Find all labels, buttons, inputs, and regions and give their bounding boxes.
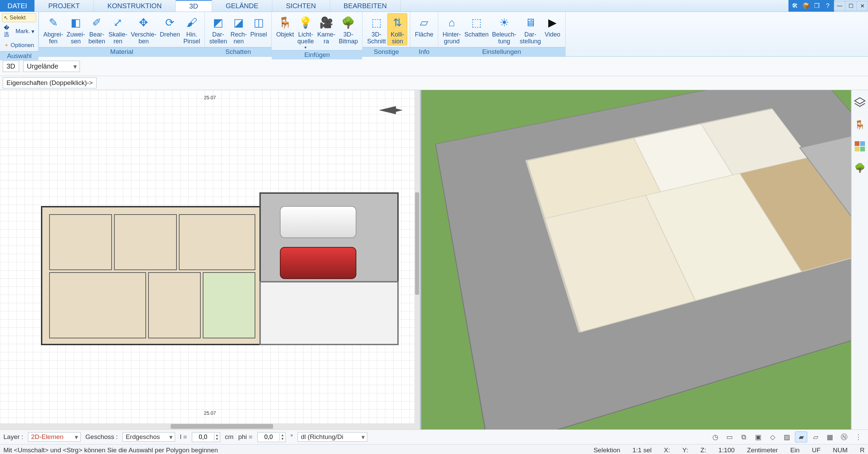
menu-tab-projekt[interactable]: PROJEKT — [34, 0, 94, 12]
ground-3d — [435, 90, 851, 429]
grid-icon[interactable]: ▦ — [824, 431, 836, 442]
l-spinner[interactable]: ▲▼ — [214, 433, 220, 441]
btn-flaeche[interactable]: ▱ Fläche — [413, 13, 435, 39]
more-icon[interactable]: ⋮ — [852, 431, 865, 442]
btn-verschieben[interactable]: ✥ Verschie- ben — [129, 13, 158, 45]
chair-icon: 🪑 — [278, 15, 293, 30]
menu-tab-3d[interactable]: 3D — [176, 0, 212, 12]
dl-select[interactable]: dl (Richtung/Di — [298, 432, 367, 442]
screen-icon[interactable]: ▭ — [723, 431, 736, 442]
diamond-icon[interactable]: ◇ — [766, 431, 779, 442]
btn-pinsel[interactable]: ◫ Pinsel — [248, 13, 269, 39]
layer-select[interactable]: 2D-Elemen — [28, 432, 81, 442]
menu-tab-gelaende[interactable]: GELÄNDE — [212, 0, 272, 12]
menu-tab-bearbeiten[interactable]: BEARBEITEN — [330, 0, 401, 12]
mode-3d-chip[interactable]: 3D — [3, 61, 19, 72]
optionen-button[interactable]: ＋ Optionen — [2, 41, 36, 50]
geschoss-select[interactable]: Erdgeschos — [123, 432, 175, 442]
package-icon[interactable]: 📦 — [801, 1, 810, 10]
layers-icon[interactable] — [854, 96, 866, 108]
window-controls: — ☐ ✕ — [834, 0, 868, 12]
properties-hint-chip[interactable]: Eigenschaften (Doppelklick)-> — [3, 77, 97, 88]
btn-kamera[interactable]: 🎥 Kame- ra — [315, 13, 337, 45]
hatch-icon[interactable]: ▨ — [781, 431, 793, 442]
btn-zuweisen[interactable]: ◧ Zuwei- sen — [65, 13, 87, 45]
svg-marker-1 — [855, 98, 865, 104]
btn-darstellen[interactable]: ◩ Dar- stellen — [208, 13, 229, 45]
furniture-icon[interactable]: 🪑 — [854, 119, 866, 131]
clock-icon[interactable]: ◷ — [709, 431, 721, 442]
status-ein: Ein — [790, 446, 799, 454]
btn-kollision[interactable]: ⇅ Kolli- sion — [387, 13, 407, 45]
menu-tab-konstruktion[interactable]: KONSTRUKTION — [94, 0, 176, 12]
btn-hintergrund[interactable]: ⌂ Hinter- grund — [441, 13, 463, 45]
maximize-icon[interactable]: ☐ — [845, 1, 857, 11]
house-3d — [525, 108, 851, 333]
stack-icon[interactable]: ▣ — [752, 431, 764, 442]
plan-room — [179, 214, 255, 270]
group-caption-schatten: Schatten — [205, 47, 271, 56]
scrollbar-vertical-2d[interactable] — [414, 90, 420, 423]
terrain-select[interactable]: Urgelände — [23, 61, 80, 72]
assign-icon: ◧ — [68, 15, 83, 30]
help-icon[interactable]: ? — [823, 1, 832, 10]
btn-lichtquelle[interactable]: 💡 Licht- quelle ▾ — [296, 13, 315, 50]
menu-spacer — [401, 0, 788, 12]
display-icon: 🖥 — [523, 15, 538, 30]
pane-3d-view[interactable] — [421, 90, 851, 429]
context-bar: 3D Urgelände — [0, 57, 868, 76]
scale-icon: ⤢ — [111, 15, 126, 30]
phi-spinner[interactable]: ▲▼ — [280, 433, 285, 441]
overlap-icon[interactable]: ⧉ — [738, 431, 750, 442]
btn-objekt[interactable]: 🪑 Objekt — [274, 13, 296, 39]
phi-label: phi = — [238, 433, 253, 441]
btn-skalieren[interactable]: ⤢ Skalie- ren — [107, 13, 129, 45]
l-input-box: ▲▼ — [192, 432, 220, 442]
menu-tab-datei[interactable]: DATEI — [0, 0, 34, 12]
phi-input[interactable] — [258, 433, 280, 442]
slab-icon[interactable]: ▰ — [795, 431, 807, 442]
area-icon: ▱ — [417, 15, 432, 30]
lighting-icon: ☀ — [497, 15, 512, 30]
btn-video[interactable]: ▶ Video — [543, 13, 563, 39]
menu-tab-sichten[interactable]: SICHTEN — [272, 0, 330, 12]
side-tool-strip: 🪑 🌳 — [851, 90, 868, 429]
color-swatch-icon[interactable] — [855, 141, 865, 151]
group-caption-sonstige: Sonstige — [362, 47, 410, 56]
btn-schatten[interactable]: ⬚ Schatten — [463, 13, 490, 39]
window-icon[interactable]: ❐ — [812, 1, 821, 10]
bottom-icon-row: ◷ ▭ ⧉ ▣ ◇ ▨ ▰ ▱ ▦ Ⓝ ⋮ — [709, 431, 865, 442]
l-input[interactable] — [192, 433, 214, 442]
scrollbar-horizontal-2d[interactable] — [0, 423, 420, 429]
btn-rechnen[interactable]: ◪ Rech- nen — [229, 13, 248, 45]
scroll-thumb-h[interactable] — [171, 424, 273, 429]
btn-hin-pinsel[interactable]: 🖌 Hin. Pinsel — [182, 13, 202, 45]
shadow-brush-icon: ◫ — [251, 15, 266, 30]
btn-drehen[interactable]: ⟳ Drehen — [158, 13, 182, 39]
tree-side-icon[interactable]: 🌳 — [854, 162, 866, 174]
status-hint: Mit <Umschalt> und <Strg> können Sie die… — [3, 446, 218, 454]
tools-icon[interactable]: 🛠 — [791, 1, 799, 10]
btn-3d-bitmap[interactable]: 🌳 3D- Bitmap — [337, 13, 359, 45]
brush-icon: 🖌 — [184, 15, 199, 30]
north-icon[interactable]: Ⓝ — [838, 431, 850, 442]
car-2d-red — [280, 247, 356, 279]
btn-abgreifen[interactable]: ✎ Abgrei- fen — [42, 13, 65, 45]
selekt-button[interactable]: ↖ Selekt — [2, 13, 36, 22]
scroll-thumb-v[interactable] — [415, 192, 419, 295]
mark-button[interactable]: �选 Mark. ▾ — [2, 24, 36, 39]
minimize-icon[interactable]: — — [834, 1, 845, 11]
menu-bar: DATEI PROJEKT KONSTRUKTION 3D GELÄNDE SI… — [0, 0, 868, 12]
btn-darstellung[interactable]: 🖥 Dar- stellung — [518, 13, 543, 45]
pane-2d-floorplan[interactable]: 25.07 25.07 — [0, 90, 421, 429]
parallelogram-icon[interactable]: ▱ — [809, 431, 822, 442]
btn-beleuchtung[interactable]: ☀ Beleuch- tung — [490, 13, 518, 45]
layer-label: Layer : — [3, 433, 23, 441]
cube-shadow-icon: ◪ — [231, 15, 246, 30]
dim-overall-bottom: 25.07 — [204, 410, 216, 416]
cursor-icon: ↖ — [4, 15, 8, 21]
status-y: Y: — [682, 446, 688, 454]
btn-3d-schnitt[interactable]: ⬚ 3D- Schnitt — [365, 13, 387, 45]
btn-bearbeiten[interactable]: ✐ Bear- beiten — [87, 13, 107, 45]
close-icon[interactable]: ✕ — [856, 1, 868, 11]
